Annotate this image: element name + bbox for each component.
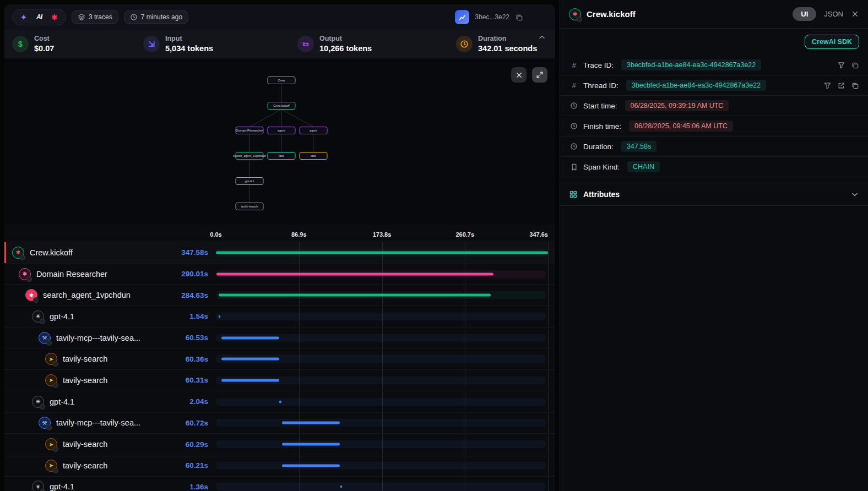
- trace-graph: CrewCrew.kickoffDomain Researcheragentag…: [4, 58, 555, 225]
- copy-trace-id-icon[interactable]: [515, 13, 523, 21]
- span-bar-lane: [216, 348, 548, 369]
- filter-icon[interactable]: [823, 81, 832, 90]
- span-row[interactable]: ✳gpt-4.11.54s: [4, 306, 555, 328]
- span-row[interactable]: ⚒tavily-mcp---tavily-sea...60.72s: [4, 413, 555, 434]
- sdk-badge[interactable]: CrewAI SDK: [805, 35, 859, 49]
- trace-viewer-app: ✦ AI ✱ 3 traces 7 minutes ago 3bec...3e2…: [0, 0, 868, 491]
- graph-node[interactable]: task: [268, 152, 295, 160]
- trace-graph-svg: CrewCrew.kickoffDomain Researcheragentag…: [4, 58, 555, 225]
- span-row-left: ✳gpt-4.11.54s: [4, 310, 216, 323]
- stat-text: Input5,034 tokens: [165, 35, 213, 53]
- graph-node[interactable]: Crew: [268, 77, 295, 84]
- tavily-icon: ➤: [45, 438, 57, 450]
- tab-json[interactable]: JSON: [824, 10, 843, 18]
- span-bar: [216, 272, 493, 275]
- graph-node[interactable]: agent: [300, 127, 327, 134]
- stat-value: 10,266 tokens: [319, 43, 372, 53]
- clock-icon: [569, 102, 579, 110]
- traces-count-label: 3 traces: [89, 13, 112, 21]
- span-bar-lane: [216, 477, 548, 491]
- svg-text:Crew.kickoff: Crew.kickoff: [273, 104, 290, 107]
- span-bar-lane: [216, 455, 548, 476]
- span-bar: [221, 336, 279, 339]
- span-row[interactable]: ✳gpt-4.11.36s: [4, 477, 555, 491]
- crewai-icon: ✱: [25, 289, 37, 301]
- traces-count-badge[interactable]: 3 traces: [72, 10, 118, 24]
- graph-node[interactable]: Domain Researcher: [236, 127, 263, 134]
- span-bar: [282, 464, 339, 467]
- span-duration: 60.21s: [186, 461, 208, 470]
- span-bar-lane: [216, 264, 548, 285]
- field-actions: [837, 61, 859, 69]
- span-row[interactable]: ➤tavily-search60.29s: [4, 434, 555, 455]
- span-row-left: ➤tavily-search60.31s: [4, 374, 216, 386]
- span-bar: [282, 443, 340, 446]
- close-graph-icon[interactable]: [511, 67, 527, 83]
- waterfall: ✱Crew.kickoff347.58s✱Domain Researcher29…: [4, 242, 555, 491]
- stat-label: Output: [319, 35, 372, 43]
- field-value: 06/28/2025, 09:45:06 AM UTC: [629, 121, 733, 132]
- grid-icon: [569, 190, 578, 199]
- tab-ui[interactable]: UI: [793, 7, 816, 21]
- detail-header: ✱ Crew.kickoff UI JSON: [560, 0, 868, 29]
- span-row[interactable]: ✱Crew.kickoff347.58s: [4, 242, 555, 264]
- collapse-stats-icon[interactable]: [538, 33, 546, 42]
- external-link-icon[interactable]: [837, 81, 845, 90]
- span-duration: 290.01s: [181, 270, 208, 278]
- span-row[interactable]: ✱search_agent_1vpchdun284.63s: [4, 285, 555, 306]
- bookmark-icon: [569, 163, 579, 171]
- copy-icon[interactable]: [851, 81, 859, 90]
- span-name: tavily-search: [63, 354, 107, 363]
- span-row[interactable]: ➤tavily-search60.21s: [4, 455, 555, 477]
- graph-node[interactable]: tavily-search: [236, 203, 263, 210]
- graph-node[interactable]: search_agent_1vpchdun: [233, 152, 266, 160]
- stat-label: Duration: [478, 35, 537, 43]
- stat-input: ⇲Input5,034 tokens: [143, 35, 297, 53]
- stat-label: Cost: [34, 35, 54, 43]
- tavily-icon: ➤: [45, 353, 57, 365]
- crew-icon: ✱: [12, 247, 24, 259]
- span-bar: [221, 358, 279, 361]
- stat-value: 5,034 tokens: [165, 43, 213, 53]
- span-row-left: ⚒tavily-mcp---tavily-sea...60.53s: [4, 332, 216, 344]
- span-name: tavily-search: [63, 376, 107, 385]
- span-name: tavily-search: [63, 461, 107, 470]
- attributes-section-header[interactable]: Attributes: [560, 183, 868, 206]
- timeline-tick: 86.9s: [291, 231, 307, 238]
- span-name: search_agent_1vpchdun: [43, 291, 131, 299]
- span-row-left: ✳gpt-4.11.36s: [4, 481, 216, 491]
- trace-short-id: 3bec...3e22: [475, 13, 509, 21]
- time-ago-label: 7 minutes ago: [141, 13, 182, 21]
- span-row[interactable]: ✳gpt-4.12.04s: [4, 391, 555, 413]
- copy-icon[interactable]: [851, 61, 859, 69]
- graph-node[interactable]: Crew.kickoff: [268, 102, 295, 110]
- span-bar-lane: [216, 370, 548, 391]
- span-duration: 60.53s: [186, 334, 208, 342]
- sdk-row: CrewAI SDK: [560, 29, 868, 55]
- graph-node[interactable]: agent: [268, 127, 295, 134]
- chart-icon[interactable]: [455, 10, 469, 24]
- graph-node[interactable]: task: [300, 152, 327, 160]
- span-row[interactable]: ✱Domain Researcher290.01s: [4, 264, 555, 285]
- span-duration: 60.29s: [186, 440, 208, 449]
- graph-node[interactable]: gpt-4.1: [236, 178, 263, 185]
- expand-graph-icon[interactable]: [532, 67, 547, 83]
- field-label: Finish time:: [583, 122, 621, 130]
- span-row[interactable]: ⚒tavily-mcp---tavily-sea...60.53s: [4, 328, 555, 349]
- openai-icon: ✳: [32, 481, 44, 491]
- span-row-left: ✱Crew.kickoff347.58s: [4, 247, 216, 259]
- span-row-left: ⚒tavily-mcp---tavily-sea...60.72s: [4, 417, 216, 429]
- clock-icon: [569, 143, 579, 150]
- trace-topbar: ✦ AI ✱ 3 traces 7 minutes ago 3bec...3e2…: [4, 4, 555, 30]
- filter-icon[interactable]: [837, 61, 845, 69]
- close-panel-icon[interactable]: [851, 10, 859, 18]
- span-row[interactable]: ➤tavily-search60.31s: [4, 370, 555, 391]
- span-bar: [221, 379, 279, 381]
- span-bar: [219, 315, 220, 318]
- time-ago-badge: 7 minutes ago: [124, 10, 188, 24]
- stat-cost: $Cost$0.07: [12, 35, 143, 53]
- field-actions: [823, 81, 859, 90]
- trace-stats-row: $Cost$0.07⇲Input5,034 tokens⇰Output10,26…: [4, 30, 555, 58]
- span-row[interactable]: ➤tavily-search60.36s: [4, 348, 555, 370]
- stat-text: Output10,266 tokens: [319, 35, 372, 53]
